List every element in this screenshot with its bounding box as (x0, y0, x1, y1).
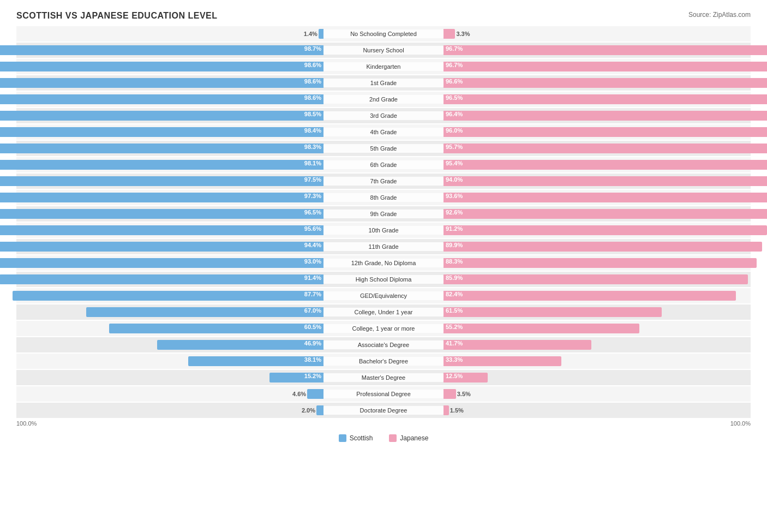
left-bar (307, 389, 323, 399)
right-value-outside: 3.3% (456, 31, 470, 37)
left-value-outside: 2.0% (302, 407, 315, 414)
scottish-color-box (339, 434, 346, 442)
row-content: 98.7% Nursery School 96.7% (16, 46, 751, 55)
right-value: 96.6% (446, 78, 463, 85)
row-content: 93.0% 12th Grade, No Diploma 88.3% (16, 259, 751, 267)
row-content: 98.1% 6th Grade 95.4% (16, 160, 751, 169)
right-value: 96.5% (446, 94, 463, 101)
row-label: Associate's Degree (323, 340, 444, 349)
left-value: 87.7% (304, 291, 321, 297)
left-value: 67.0% (304, 307, 321, 314)
right-value: 95.7% (446, 144, 463, 150)
right-bar (444, 389, 456, 399)
row-content: 1.4% No Schooling Completed 3.3% (16, 29, 751, 38)
right-bar: 96.6% (444, 78, 767, 88)
left-bar: 91.4% (0, 274, 323, 284)
left-bar: 98.4% (0, 127, 323, 137)
table-row: 67.0% College, Under 1 year 61.5% (16, 304, 751, 320)
row-content: 38.1% Bachelor's Degree 33.3% (16, 357, 751, 366)
row-label: Bachelor's Degree (323, 357, 444, 366)
row-label: 2nd Grade (323, 95, 444, 104)
right-bar: 88.3% (444, 258, 757, 268)
right-value: 92.6% (446, 209, 463, 216)
left-bar: 98.7% (0, 45, 323, 55)
row-label: Kindergarten (323, 62, 444, 71)
left-value: 98.3% (304, 144, 321, 150)
row-label: Professional Degree (323, 390, 444, 398)
table-row: 1.4% No Schooling Completed 3.3% (16, 26, 751, 41)
right-bar: 95.4% (444, 160, 767, 170)
table-row: 97.3% 8th Grade 93.6% (16, 190, 751, 205)
table-row: 4.6% Professional Degree 3.5% (16, 386, 751, 402)
left-bar: 67.0% (86, 307, 324, 317)
left-value: 96.5% (304, 209, 321, 216)
row-label: High School Diploma (323, 275, 444, 284)
bottom-labels: 100.0% 100.0% (16, 420, 751, 427)
left-bar: 15.2% (269, 373, 323, 382)
table-row: 87.7% GED/Equivalency 82.4% (16, 288, 751, 303)
right-bar: 33.3% (444, 356, 561, 366)
bottom-right-label: 100.0% (730, 420, 751, 427)
table-row: 98.4% 4th Grade 96.0% (16, 124, 751, 140)
right-bar: 96.7% (444, 45, 767, 55)
right-bar: 95.7% (444, 144, 767, 153)
left-value: 94.4% (304, 242, 321, 248)
row-content: 60.5% College, 1 year or more 55.2% (16, 324, 751, 333)
right-value: 88.3% (446, 258, 463, 265)
left-value: 98.6% (304, 62, 321, 68)
table-row: 93.0% 12th Grade, No Diploma 88.3% (16, 255, 751, 271)
right-value: 61.5% (446, 307, 463, 314)
row-label: 1st Grade (323, 79, 444, 87)
right-value-outside: 1.5% (450, 407, 464, 414)
right-value: 82.4% (446, 291, 463, 297)
row-content: 87.7% GED/Equivalency 82.4% (16, 291, 751, 300)
row-label: 3rd Grade (323, 111, 444, 120)
row-label: GED/Equivalency (323, 291, 444, 300)
legend-scottish: Scottish (339, 434, 373, 442)
row-content: 67.0% College, Under 1 year 61.5% (16, 308, 751, 316)
table-row: 2.0% Doctorate Degree 1.5% (16, 403, 751, 418)
row-label: 10th Grade (323, 226, 444, 235)
table-row: 15.2% Master's Degree 12.5% (16, 370, 751, 385)
right-value: 41.7% (446, 340, 463, 346)
legend: Scottish Japanese (16, 434, 751, 442)
left-value: 97.3% (304, 193, 321, 199)
row-label: Master's Degree (323, 373, 444, 382)
table-row: 97.5% 7th Grade 94.0% (16, 174, 751, 189)
table-row: 94.4% 11th Grade 89.9% (16, 239, 751, 254)
chart-area: 1.4% No Schooling Completed 3.3% 98.7% N… (16, 26, 751, 418)
left-bar: 98.5% (0, 111, 323, 121)
right-bar (444, 405, 449, 415)
left-bar: 98.6% (0, 62, 323, 71)
row-content: 95.6% 10th Grade 91.2% (16, 226, 751, 235)
left-value: 98.6% (304, 78, 321, 85)
row-content: 98.3% 5th Grade 95.7% (16, 144, 751, 153)
right-value: 12.5% (446, 373, 463, 379)
row-content: 94.4% 11th Grade 89.9% (16, 242, 751, 251)
left-value: 15.2% (304, 373, 321, 379)
row-content: 15.2% Master's Degree 12.5% (16, 373, 751, 382)
row-label: 7th Grade (323, 177, 444, 186)
row-content: 4.6% Professional Degree 3.5% (16, 390, 751, 398)
right-bar: 96.0% (444, 127, 767, 137)
right-value: 55.2% (446, 324, 463, 330)
right-value: 89.9% (446, 242, 463, 248)
left-value: 98.7% (304, 45, 321, 52)
row-content: 96.5% 9th Grade 92.6% (16, 210, 751, 218)
left-value: 46.9% (304, 340, 321, 346)
left-bar: 97.3% (0, 193, 323, 202)
left-value: 98.4% (304, 127, 321, 134)
table-row: 38.1% Bachelor's Degree 33.3% (16, 354, 751, 369)
left-bar: 46.9% (157, 340, 323, 350)
right-bar: 96.5% (444, 94, 767, 104)
table-row: 98.6% 1st Grade 96.6% (16, 75, 751, 91)
left-value: 93.0% (304, 258, 321, 265)
row-label: No Schooling Completed (323, 29, 444, 38)
japanese-label: Japanese (400, 434, 428, 442)
left-value: 97.5% (304, 176, 321, 183)
right-bar: 96.4% (444, 111, 767, 121)
table-row: 98.6% 2nd Grade 96.5% (16, 92, 751, 107)
left-bar: 98.3% (0, 144, 323, 153)
row-content: 97.5% 7th Grade 94.0% (16, 177, 751, 186)
row-label: 12th Grade, No Diploma (323, 259, 444, 267)
